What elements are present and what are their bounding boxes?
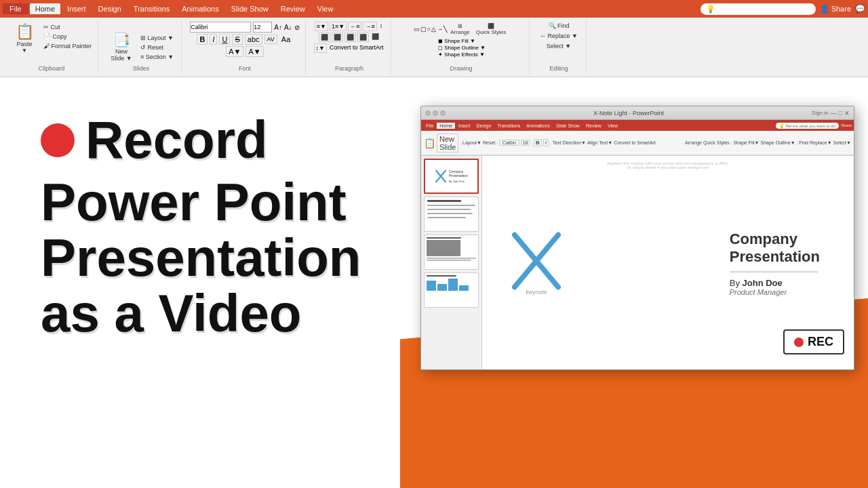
font-family-input[interactable] (190, 22, 251, 33)
ppt-tab-insert[interactable]: Insert (456, 123, 473, 129)
tab-design[interactable]: Design (93, 3, 127, 14)
shape-arrow[interactable]: → (437, 26, 443, 33)
bold-button[interactable]: B (197, 34, 208, 45)
indent-less-button[interactable]: ←≡ (348, 22, 361, 31)
indent-more-button[interactable]: →≡ (363, 22, 376, 31)
clear-format-button[interactable]: ⊘ (294, 24, 300, 31)
bullets-button[interactable]: ≡▼ (315, 22, 328, 31)
tab-view[interactable]: View (312, 3, 339, 14)
replace-button[interactable]: ↔ Replace ▼ (538, 32, 580, 40)
ppt-mini-shapeoutline[interactable]: Shape Outline▼ (761, 140, 795, 145)
slide-x-logo: keynote (509, 230, 564, 296)
ppt-restore-button[interactable]: □ (839, 110, 842, 117)
font-size-aa[interactable]: Aa (279, 35, 292, 44)
charspace-button[interactable]: AV (264, 35, 277, 44)
select-button[interactable]: Select ▼ (545, 42, 573, 50)
justify-button[interactable]: ⬛ (357, 33, 369, 42)
ppt-mini-quickstyles[interactable]: Quick Styles (703, 140, 730, 145)
tab-transitions[interactable]: Transitions (128, 3, 175, 14)
new-slide-button[interactable]: 📑 New Slide ▼ (106, 30, 136, 63)
ppt-mini-reset[interactable]: Reset (483, 140, 495, 145)
shadow-button[interactable]: abc (245, 34, 262, 45)
ppt-close-button[interactable]: ✕ (844, 110, 850, 117)
columns-button[interactable]: ⬛ (370, 33, 380, 42)
shape-triangle[interactable]: △ (431, 26, 436, 33)
shape-line[interactable]: ╲ (443, 26, 447, 33)
shape-effects-button[interactable]: ✦ Shape Effects ▼ (438, 52, 486, 58)
ppt-mini-aligntext[interactable]: Align Text▼ (587, 140, 612, 145)
paste-button[interactable]: 📋 Paste ▼ (9, 22, 39, 55)
font-size-input[interactable] (253, 22, 272, 33)
reset-button[interactable]: ↺ Reset (138, 43, 176, 52)
ppt-mini-shapefill[interactable]: Shape Fill▼ (733, 140, 759, 145)
numbering-button[interactable]: 1≡▼ (330, 22, 347, 31)
ppt-mini-find[interactable]: Find (799, 140, 808, 145)
ppt-mini-new-slide[interactable]: NewSlide (437, 134, 458, 152)
font-color-button[interactable]: A▼ (226, 46, 243, 57)
ppt-tab-home[interactable]: Home (437, 123, 455, 129)
tab-slideshow[interactable]: Slide Show (226, 3, 274, 14)
ppt-mini-paste[interactable]: 📋 (424, 138, 435, 148)
tab-review[interactable]: Review (275, 3, 311, 14)
align-center-button[interactable]: ⬛ (332, 33, 343, 42)
tell-me-input[interactable]: 💡 Tell me what you want to do (701, 3, 816, 15)
tab-file[interactable]: File (3, 3, 28, 14)
tab-insert[interactable]: Insert (62, 3, 92, 14)
shape-fill-button[interactable]: ◼ Shape Fill ▼ (438, 38, 486, 44)
shape-circle[interactable]: ○ (427, 26, 431, 33)
share-button[interactable]: 👤 Share (820, 5, 851, 14)
ppt-tab-transitions[interactable]: Transitions (494, 123, 523, 129)
recording-indicator: Record (41, 113, 373, 168)
ppt-mini-smartart[interactable]: Convert to SmartArt (614, 140, 656, 145)
smartart-button[interactable]: Convert to SmartArt (328, 43, 385, 53)
ppt-tab-slideshow[interactable]: Slide Show (553, 123, 583, 129)
increase-font-button[interactable]: A↑ (274, 24, 282, 31)
underline-button[interactable]: U (219, 34, 230, 45)
thumb3-title-line (427, 237, 461, 239)
find-button[interactable]: 🔍 Find (547, 22, 572, 30)
quick-styles-button[interactable]: ⬛Quick Styles (473, 22, 509, 37)
cut-button[interactable]: ✂ Cut (41, 23, 94, 31)
ppt-mini-layout[interactable]: Layout▼ (462, 140, 481, 145)
tab-home[interactable]: Home (30, 3, 60, 14)
ppt-tab-view[interactable]: View (605, 123, 620, 129)
line-spacing-button[interactable]: ↕▼ (314, 43, 327, 53)
ppt-mini-arrange[interactable]: Arrange (685, 140, 702, 145)
ppt-mini-bold[interactable]: B (534, 139, 542, 146)
shape-rect[interactable]: ▭ (414, 26, 420, 33)
ppt-mini-textdir[interactable]: Text Direction▼ (553, 140, 586, 145)
arrange-button[interactable]: ⊞Arrange (448, 22, 472, 37)
align-right-button[interactable]: ⬛ (344, 33, 356, 42)
shape-outline-button[interactable]: ◻ Shape Outline ▼ (438, 45, 486, 51)
ppt-tab-design[interactable]: Design (473, 123, 494, 129)
copy-button[interactable]: 📄 Copy (41, 33, 94, 41)
strikethrough-button[interactable]: S (232, 34, 242, 45)
ppt-mini-italic[interactable]: I (543, 139, 549, 146)
shape-rounded-rect[interactable]: ▢ (420, 26, 427, 33)
ppt-tell-me-mini[interactable]: 💡 Tell me what you want to do (776, 123, 839, 129)
thumb4-cursor (427, 279, 476, 291)
ppt-tab-animations[interactable]: Animations (524, 123, 553, 129)
slide-author-name: John Doe (743, 277, 783, 287)
format-painter-button[interactable]: 🖌 Format Painter (41, 42, 94, 50)
comment-icon[interactable]: 💬 (855, 4, 865, 14)
slide-thumb-3[interactable]: 3 (424, 235, 479, 270)
italic-button[interactable]: I (210, 34, 217, 45)
slide-thumb-2[interactable]: 2 (424, 197, 479, 232)
rec-button-overlay[interactable]: REC (783, 329, 844, 354)
ppt-tab-file[interactable]: File (423, 123, 436, 129)
ppt-mini-replace[interactable]: Replace▼ (810, 140, 832, 145)
ppt-share-mini[interactable]: Share (841, 123, 852, 127)
slide-thumb-1[interactable]: 1 Company Presentation By John Doe (424, 159, 479, 194)
layout-button[interactable]: ⊞ Layout ▼ (138, 34, 176, 42)
section-button[interactable]: ≡ Section ▼ (138, 53, 176, 61)
align-left-button[interactable]: ⬛ (319, 33, 330, 42)
ppt-mini-select[interactable]: Select▼ (833, 140, 851, 145)
highlight-color-button[interactable]: A▼ (245, 46, 263, 57)
slide-thumb-4[interactable]: 4 (424, 272, 479, 308)
text-direction-button[interactable]: ↕ (378, 22, 384, 31)
tab-animations[interactable]: Animations (176, 3, 224, 14)
decrease-font-button[interactable]: A↓ (284, 24, 292, 31)
ppt-minimize-button[interactable]: — (831, 110, 837, 117)
ppt-tab-review[interactable]: Review (583, 123, 604, 129)
